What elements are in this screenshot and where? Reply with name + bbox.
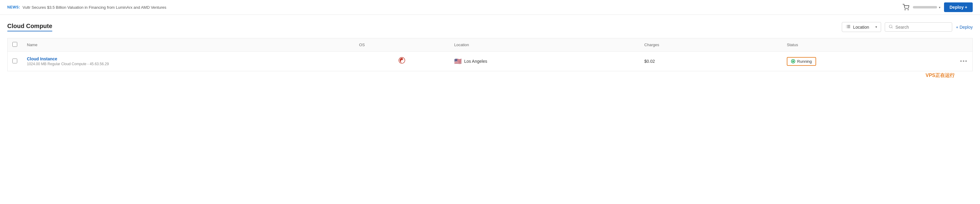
table-header-row: Name OS Location Charges Status [8,38,973,52]
filter-icon [846,24,851,30]
svg-line-9 [892,27,892,28]
news-label: NEWS: [7,5,20,9]
status-text: Running [797,59,811,64]
location-filter-button[interactable]: Location ▾ [842,22,881,32]
row-actions-menu[interactable]: ••• [960,58,967,64]
location-filter-chevron: ▾ [875,25,877,29]
row-name-cell: Cloud Instance 1024.00 MB Regular Cloud … [22,52,355,71]
location-name: Los Angeles [464,59,487,64]
user-menu[interactable]: ▾ [913,6,940,9]
user-avatar-bar [913,6,937,8]
search-input[interactable] [895,25,948,30]
table-row: Cloud Instance 1024.00 MB Regular Cloud … [8,52,973,71]
row-checkbox-cell [8,52,22,71]
instance-name[interactable]: Cloud Instance [27,57,350,61]
news-text: Vultr Secures $3.5 Billion Valuation in … [23,5,166,9]
location-column-header: Location [449,38,640,52]
user-menu-chevron: ▾ [939,6,940,9]
actions-column-header [925,38,973,52]
os-column-header: OS [355,38,449,52]
flag-location: 🇺🇸 Los Angeles [454,58,635,65]
instance-details: 1024.00 MB Regular Cloud Compute - 45.63… [27,62,350,66]
row-status-cell: Running [782,52,925,71]
status-circle-inner [792,60,794,62]
search-wrapper [885,22,952,32]
svg-point-0 [905,9,905,10]
row-charges-cell: $0.02 [640,52,782,71]
header-controls: Location ▾ + Deploy [842,22,973,32]
status-circle-icon [791,59,795,63]
page-header: Cloud Compute Location ▾ [7,22,973,32]
main-content: Cloud Compute Location ▾ [0,15,980,79]
deploy-link[interactable]: + Deploy [956,25,973,30]
location-filter-label: Location [853,25,869,30]
cart-icon[interactable] [903,4,909,11]
charges-column-header: Charges [640,38,782,52]
instances-table: Name OS Location Charges Status [7,38,973,71]
banner-right-controls: ▾ Deploy + [903,2,973,12]
page-title-wrapper: Cloud Compute [7,23,52,32]
page-title: Cloud Compute [7,23,52,30]
status-column-header: Status [782,38,925,52]
search-icon [889,24,893,30]
select-all-header [8,38,22,52]
vps-annotation: VPS正在运行 [7,73,973,79]
charges-value: $0.02 [644,59,655,64]
select-all-checkbox[interactable] [13,42,17,47]
row-os-cell [355,52,449,71]
debian-icon [398,57,406,66]
us-flag-icon: 🇺🇸 [454,58,462,65]
status-badge: Running [787,57,816,66]
svg-point-1 [908,9,908,10]
row-checkbox[interactable] [13,59,17,63]
page-title-underline [7,31,52,32]
row-actions-cell: ••• [925,52,973,71]
top-deploy-button[interactable]: Deploy + [944,2,973,12]
row-location-cell: 🇺🇸 Los Angeles [449,52,640,71]
news-banner: NEWS: Vultr Secures $3.5 Billion Valuati… [0,0,980,15]
name-column-header: Name [22,38,355,52]
